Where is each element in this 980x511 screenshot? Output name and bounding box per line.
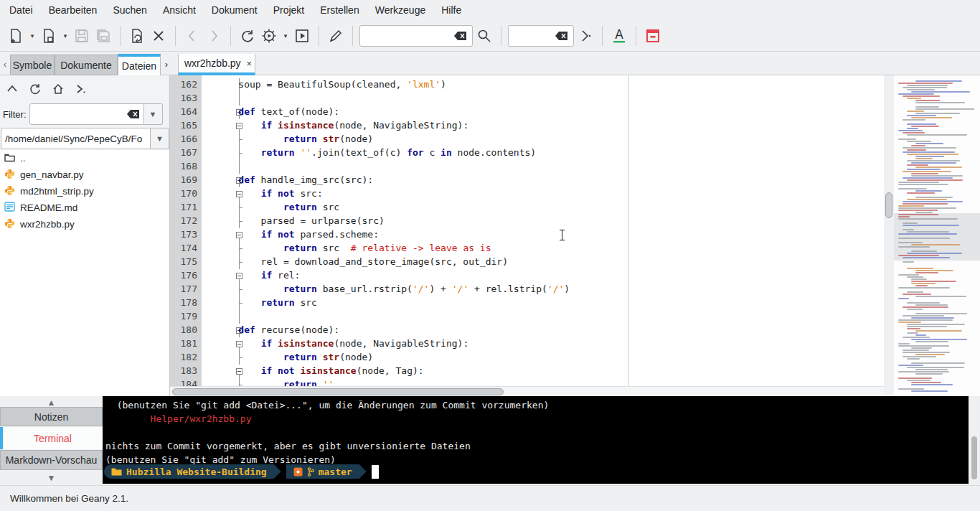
line-number: 164	[170, 106, 197, 117]
run-button[interactable]	[292, 25, 312, 47]
status-message: Willkommen bei Geany 2.1.	[10, 493, 128, 504]
new-file-dropdown[interactable]: ▾	[27, 25, 37, 47]
file-list-item[interactable]: ..	[0, 150, 169, 167]
line-number: 171	[170, 202, 197, 212]
choose-color-button[interactable]: A	[609, 25, 629, 47]
bottom-tabs-scroll-down-icon[interactable]: ▼	[0, 473, 103, 483]
clear-search-icon[interactable]	[453, 31, 468, 41]
search-input[interactable]	[359, 25, 473, 47]
tab-close-icon[interactable]: ×	[247, 58, 253, 69]
save-button[interactable]	[72, 25, 92, 47]
bottom-tabs-scroll-up-icon[interactable]: ▲	[0, 398, 103, 408]
nav-forward-button[interactable]	[204, 25, 224, 47]
code-line: return src # relative -> leave as is	[216, 243, 491, 253]
status-bar: Willkommen bei Geany 2.1.	[0, 485, 980, 511]
revert-button[interactable]	[127, 25, 147, 47]
sidebar-tabs-scroll-right-icon[interactable]: ›	[161, 56, 171, 72]
clear-filter-icon[interactable]	[126, 109, 141, 119]
menu-dokument[interactable]: Dokument	[204, 1, 265, 19]
close-document-button[interactable]	[149, 25, 169, 47]
code-line: if isinstance(node, NavigableString):	[216, 120, 468, 131]
line-number: 178	[170, 297, 197, 308]
file-list-item[interactable]: README.md	[0, 200, 169, 216]
filter-dropdown-icon[interactable]: ▼	[144, 103, 163, 125]
long-line-marker	[628, 75, 629, 386]
code-editor[interactable]: 1621631641651661671681691701711721731741…	[170, 75, 884, 386]
terminal-cursor	[372, 465, 379, 479]
prompt-dir-segment: Hubzilla Website-Building	[104, 464, 274, 479]
code-line: soup = BeautifulSoup(cleaned, 'lxml')	[216, 79, 446, 90]
line-number: 165	[170, 120, 197, 131]
quit-button[interactable]	[643, 25, 663, 47]
path-dropdown-icon[interactable]: ▼	[151, 128, 169, 149]
code-line: if rel:	[216, 270, 300, 281]
build-button[interactable]	[259, 25, 279, 47]
jump-to-line-icon[interactable]	[575, 25, 595, 47]
editor-horizontal-scrollbar[interactable]	[170, 386, 884, 396]
code-line: def recurse(node):	[216, 324, 339, 335]
menu-hilfe[interactable]: Hilfe	[433, 1, 469, 19]
editor-vertical-scrollbar[interactable]	[884, 75, 894, 396]
menu-werkzeuge[interactable]: Werkzeuge	[367, 1, 434, 19]
prompt-git-segment: master	[286, 464, 359, 479]
file-list-item[interactable]: wxr2hzbb.py	[0, 216, 169, 233]
mouse-ibeam-cursor	[562, 230, 562, 240]
code-line: return base_url.rstrip('/') + '/' + rel.…	[216, 283, 570, 294]
fb-up-icon[interactable]	[3, 80, 22, 98]
color-chooser-pen-icon[interactable]	[326, 25, 346, 47]
git-icon	[293, 467, 303, 477]
file-name: ..	[20, 153, 26, 164]
bottom-tab-terminal[interactable]: Terminal	[0, 427, 103, 449]
menu-ansicht[interactable]: Ansicht	[155, 1, 204, 19]
file-list-item[interactable]: gen_navbar.py	[0, 167, 169, 183]
code-line: if not src:	[216, 188, 323, 199]
search-icon[interactable]	[474, 25, 494, 47]
code-line: return ''	[216, 379, 334, 386]
sidebar-tab-dokumente[interactable]: Dokumente	[55, 55, 118, 75]
folder-icon	[4, 153, 15, 164]
save-all-button[interactable]	[93, 25, 113, 47]
line-number: 162	[170, 79, 197, 90]
terminal-view[interactable]: (benutzen Sie "git add <Datei>...", um d…	[103, 396, 969, 484]
bottom-tab-notizen[interactable]: Notizen	[0, 407, 103, 426]
build-dropdown[interactable]: ▾	[281, 25, 291, 47]
line-number: 169	[170, 174, 197, 185]
filter-input[interactable]	[29, 103, 144, 125]
new-file-button[interactable]	[6, 25, 26, 47]
fb-set-path-icon[interactable]	[72, 80, 90, 98]
menu-erstellen[interactable]: Erstellen	[312, 1, 367, 19]
nav-back-button[interactable]	[182, 25, 202, 47]
bottom-tab-list: ▲ NotizenTerminalMarkdown-Vorschau ▼	[0, 396, 103, 485]
clear-goto-icon[interactable]	[555, 31, 569, 41]
compile-button[interactable]	[237, 25, 258, 47]
sidebar-tab-symbole[interactable]: Symbole	[10, 55, 55, 75]
file-list-item[interactable]: md2html_strip.py	[0, 183, 169, 200]
code-minimap[interactable]	[894, 75, 980, 396]
menu-datei[interactable]: Datei	[1, 1, 41, 19]
python-icon	[4, 185, 15, 198]
sidebar-tab-dateien[interactable]: Dateien	[118, 54, 161, 75]
sidebar-tabs-scroll-left-icon[interactable]: ‹	[0, 56, 10, 72]
open-file-dropdown[interactable]: ▾	[60, 25, 70, 47]
open-file-button[interactable]	[39, 25, 59, 47]
file-name: md2html_strip.py	[20, 186, 94, 197]
bottom-tab-markdown-vorschau[interactable]: Markdown-Vorschau	[0, 450, 103, 470]
menu-suchen[interactable]: Suchen	[105, 1, 154, 19]
folder-icon	[111, 467, 122, 476]
fb-home-icon[interactable]	[49, 80, 67, 98]
editor-tab-wxr2hzbb[interactable]: wxr2hzbb.py ×	[178, 54, 255, 75]
terminal-line: (benutzen Sie "git add" zum Versionieren…	[105, 454, 336, 465]
code-line: return src	[216, 297, 317, 308]
fb-refresh-icon[interactable]	[26, 80, 44, 98]
fold-margin[interactable]	[202, 75, 215, 386]
path-input[interactable]: /home/daniel/Sync/PepeCyB/Fo	[1, 128, 151, 149]
menu-bearbeiten[interactable]: Bearbeiten	[41, 1, 105, 19]
code-line: if not isinstance(node, Tag):	[216, 365, 424, 376]
file-name: README.md	[20, 202, 77, 213]
message-panel: ▲ NotizenTerminalMarkdown-Vorschau ▼ (be…	[0, 396, 980, 485]
terminal-scrollbar[interactable]	[969, 396, 980, 485]
menu-projekt[interactable]: Projekt	[265, 1, 313, 19]
goto-line-input[interactable]	[508, 25, 574, 47]
line-number: 168	[170, 161, 197, 172]
shell-prompt: Hubzilla Website-Building master	[104, 464, 379, 479]
